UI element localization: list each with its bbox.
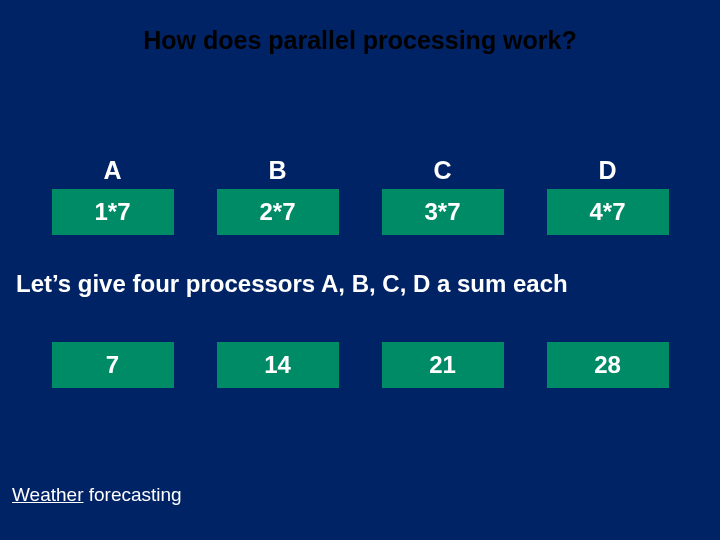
result-col: 28 [525, 342, 690, 388]
result-box: 7 [52, 342, 174, 388]
result-col: 14 [195, 342, 360, 388]
processor-col: B 2*7 [195, 156, 360, 235]
result-box: 28 [547, 342, 669, 388]
processor-col: A 1*7 [30, 156, 195, 235]
expression-box: 2*7 [217, 189, 339, 235]
processor-col: C 3*7 [360, 156, 525, 235]
processor-label: A [103, 156, 121, 185]
processor-label: B [268, 156, 286, 185]
caption-text: Let’s give four processors A, B, C, D a … [0, 270, 720, 298]
processor-label: C [433, 156, 451, 185]
processor-col: D 4*7 [525, 156, 690, 235]
result-col: 21 [360, 342, 525, 388]
processor-row: A 1*7 B 2*7 C 3*7 D 4*7 [0, 156, 720, 235]
results-row: 7 14 21 28 [0, 342, 720, 388]
expression-box: 1*7 [52, 189, 174, 235]
footer-link-rest: forecasting [83, 484, 181, 505]
footer-link[interactable]: Weather forecasting [12, 484, 182, 506]
processor-label: D [598, 156, 616, 185]
result-box: 14 [217, 342, 339, 388]
slide-title: How does parallel processing work? [0, 0, 720, 55]
result-col: 7 [30, 342, 195, 388]
result-box: 21 [382, 342, 504, 388]
expression-box: 4*7 [547, 189, 669, 235]
footer-link-underlined: Weather [12, 484, 83, 505]
expression-box: 3*7 [382, 189, 504, 235]
